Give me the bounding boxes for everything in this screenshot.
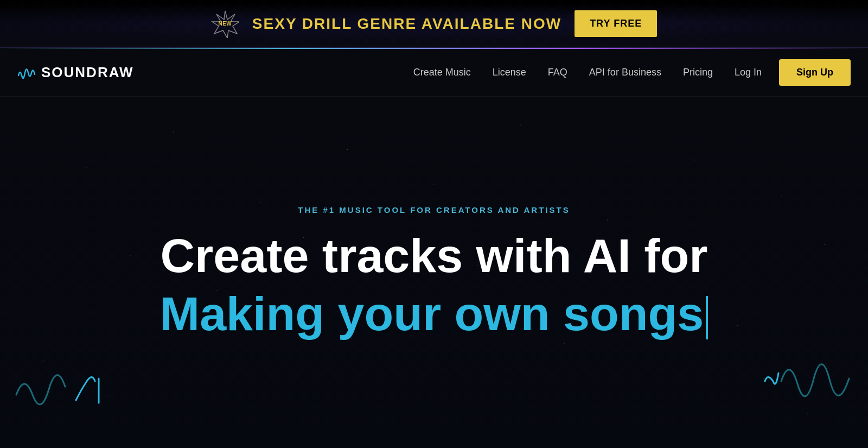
banner-announcement: SEXY DRILL GENRE AVAILABLE NOW	[252, 15, 561, 33]
new-badge-label: NEW	[218, 21, 232, 27]
nav-item-pricing[interactable]: Pricing	[683, 67, 713, 78]
top-banner: NEW SEXY DRILL GENRE AVAILABLE NOW TRY F…	[0, 0, 868, 48]
logo-text: SOUNDRAW	[41, 64, 134, 81]
logo-area: SOUNDRAW	[17, 64, 134, 81]
hero-subtitle: THE #1 MUSIC TOOL FOR CREATORS AND ARTIS…	[298, 205, 570, 214]
text-cursor	[706, 296, 708, 339]
logo-icon	[17, 65, 37, 81]
nav-item-create-music[interactable]: Create Music	[413, 67, 471, 78]
hero-section: THE #1 MUSIC TOOL FOR CREATORS AND ARTIS…	[0, 97, 868, 448]
wave-decoration-left	[11, 351, 119, 417]
nav-item-login[interactable]: Log In	[735, 67, 762, 78]
navbar: SOUNDRAW Create Music License FAQ API fo…	[0, 49, 868, 97]
nav-item-api[interactable]: API for Business	[589, 67, 661, 78]
nav-item-faq[interactable]: FAQ	[548, 67, 567, 78]
sign-up-button[interactable]: Sign Up	[779, 59, 851, 86]
wave-decoration-right	[749, 351, 857, 417]
hero-title-line1: Create tracks with AI for	[160, 230, 707, 282]
hero-title-line2: Making your own songs	[160, 288, 708, 340]
nav-item-license[interactable]: License	[493, 67, 526, 78]
try-free-button[interactable]: TRY FREE	[575, 10, 657, 37]
nav-links: Create Music License FAQ API for Busines…	[413, 67, 762, 78]
new-badge: NEW	[211, 10, 239, 38]
